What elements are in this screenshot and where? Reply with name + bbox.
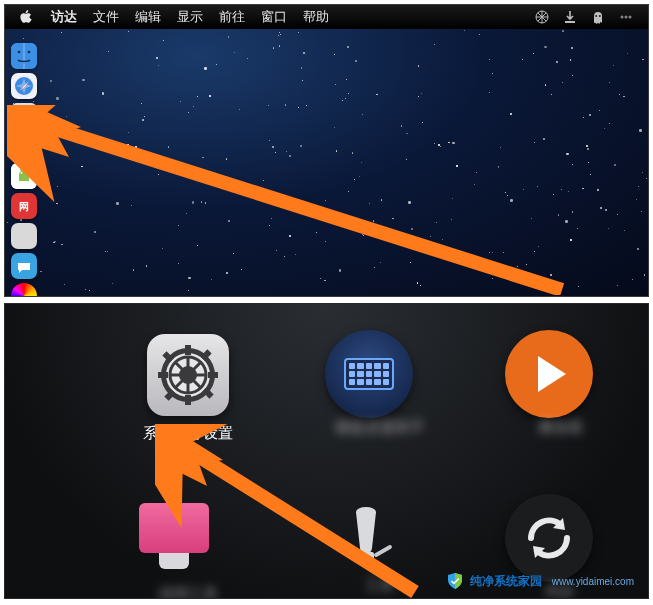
svg-marker-44 — [169, 426, 223, 486]
more-icon[interactable] — [618, 9, 634, 25]
watermark-brand: 纯净系统家园 — [470, 573, 542, 590]
svg-rect-28 — [185, 395, 191, 405]
svg-point-3 — [599, 15, 601, 17]
macos-menubar: 访达 文件 编辑 显示 前往 窗口 帮助 — [5, 5, 648, 29]
svg-rect-29 — [158, 372, 168, 378]
menu-edit[interactable]: 编辑 — [135, 8, 161, 26]
menu-window[interactable]: 窗口 — [261, 8, 287, 26]
ghost-icon[interactable] — [590, 9, 606, 25]
svg-rect-1 — [565, 21, 575, 23]
keyboard-icon — [325, 330, 413, 418]
menubar-status-area — [534, 9, 634, 25]
svg-point-6 — [629, 16, 632, 19]
menu-help[interactable]: 帮助 — [303, 8, 329, 26]
play-icon — [505, 330, 593, 418]
wheel-icon[interactable] — [534, 9, 550, 25]
menu-go[interactable]: 前往 — [219, 8, 245, 26]
system-preferences-icon — [147, 334, 229, 416]
svg-rect-27 — [185, 345, 191, 355]
shield-icon — [446, 572, 464, 590]
svg-line-43 — [195, 454, 415, 592]
desktop-screenshot: 访达 文件 编辑 显示 前往 窗口 帮助 网 — [4, 4, 649, 297]
dock-finder-icon[interactable] — [11, 43, 37, 69]
app-play[interactable]: 播放器 — [505, 330, 615, 437]
launchpad-screenshot: 系统偏好设置 键盘设置助手 播放器 清理工具 工具 — [4, 303, 649, 599]
annotation-arrow-top — [7, 105, 567, 295]
menu-file[interactable]: 文件 — [93, 8, 119, 26]
svg-point-2 — [595, 15, 597, 17]
sync-icon — [505, 494, 593, 582]
download-icon[interactable] — [562, 9, 578, 25]
svg-point-5 — [625, 16, 628, 19]
apple-logo-icon[interactable] — [19, 10, 33, 24]
watermark: 纯净系统家园 www.yidaimei.com — [442, 570, 638, 592]
svg-point-8 — [18, 51, 21, 54]
app-keyboard[interactable]: 键盘设置助手 — [325, 330, 435, 437]
svg-rect-30 — [208, 372, 218, 378]
svg-point-9 — [28, 51, 31, 54]
svg-line-22 — [49, 127, 562, 290]
annotation-arrow-bottom — [155, 424, 425, 599]
menu-view[interactable]: 显示 — [177, 8, 203, 26]
dock-safari-icon[interactable] — [11, 73, 37, 99]
watermark-url: www.yidaimei.com — [552, 576, 634, 587]
menu-app-name[interactable]: 访达 — [51, 8, 77, 26]
app-label-blurred: 播放器 — [505, 418, 615, 437]
svg-point-4 — [621, 16, 624, 19]
